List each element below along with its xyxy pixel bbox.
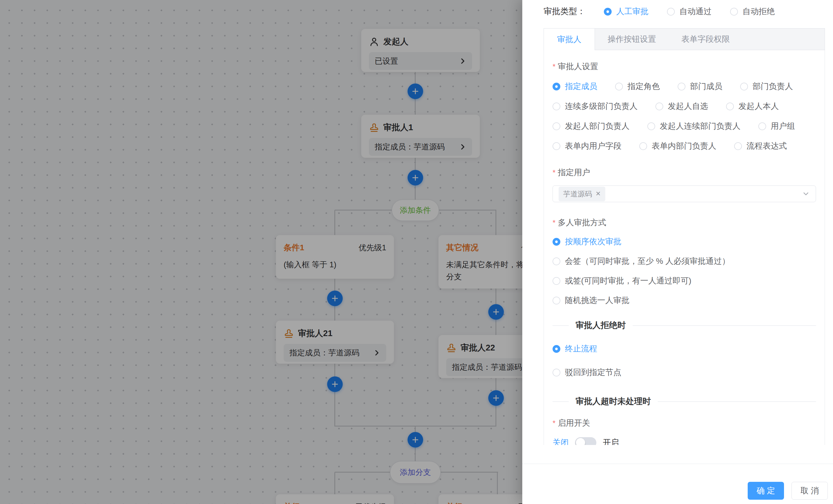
radio-multi-level-dept-leader[interactable]: 连续多级部门负责人 xyxy=(552,101,638,112)
radio-dot xyxy=(552,238,560,246)
enable-switch-row: 关闭 开启 xyxy=(552,437,816,445)
radio-label: 发起人部门负责人 xyxy=(565,121,629,132)
multi-approve-label: * 多人审批方式 xyxy=(552,217,816,228)
user-tag: 芋道源码 ✕ xyxy=(558,186,605,201)
field-label-text: 审批人设置 xyxy=(558,61,598,72)
radio-label: 终止流程 xyxy=(565,343,597,354)
required-asterisk: * xyxy=(552,61,555,70)
radio-sequential-approve[interactable]: 按顺序依次审批 xyxy=(552,236,621,247)
divider-title: 审批人拒绝时 xyxy=(576,320,626,331)
radio-label: 连续多级部门负责人 xyxy=(565,101,638,112)
radio-dot xyxy=(552,257,560,265)
tab-button-settings[interactable]: 操作按钮设置 xyxy=(595,28,669,50)
radio-dot xyxy=(730,8,738,16)
divider-title: 审批人超时未处理时 xyxy=(576,396,651,407)
timeout-section-divider: 审批人超时未处理时 xyxy=(552,396,816,407)
approval-type-row: 审批类型： 人工审批 自动通过 自动拒绝 xyxy=(544,6,825,17)
multi-approve-options: 按顺序依次审批 会签（可同时审批，至少 % 人必须审批通过） 或签(可同时审批，… xyxy=(552,236,816,306)
radio-dot xyxy=(639,142,647,150)
radio-form-dept-leader[interactable]: 表单内部门负责人 xyxy=(639,141,716,151)
field-label-text: 指定用户 xyxy=(558,167,590,178)
reject-section-divider: 审批人拒绝时 xyxy=(552,320,816,331)
confirm-button[interactable]: 确 定 xyxy=(748,482,784,500)
tab-approver[interactable]: 审批人 xyxy=(544,28,595,50)
radio-user-group[interactable]: 用户组 xyxy=(758,121,795,132)
radio-return-to-node[interactable]: 驳回到指定节点 xyxy=(552,367,621,378)
radio-assigned-member[interactable]: 指定成员 xyxy=(552,81,597,92)
radio-label: 自动拒绝 xyxy=(742,6,775,17)
radio-label: 自动通过 xyxy=(680,6,712,17)
radio-dot xyxy=(740,83,748,91)
approval-config-drawer: 审批类型： 人工审批 自动通过 自动拒绝 审批人 操作按钮设置 xyxy=(522,0,833,504)
approver-setting-row-4: 表单内用户字段 表单内部门负责人 流程表达式 xyxy=(552,141,816,151)
toggle-knob xyxy=(576,438,585,445)
tab-bar: 审批人 操作按钮设置 表单字段权限 xyxy=(544,28,825,50)
radio-form-user-field[interactable]: 表单内用户字段 xyxy=(552,141,621,151)
field-label-text: 多人审批方式 xyxy=(558,217,606,228)
approver-setting-row-1: 指定成员 指定角色 部门成员 部门负责人 xyxy=(552,81,816,92)
divider-line xyxy=(633,325,816,326)
switch-on-label: 开启 xyxy=(603,437,619,445)
enable-toggle[interactable] xyxy=(575,437,596,445)
radio-countersign[interactable]: 会签（可同时审批，至少 % 人必须审批通过） xyxy=(552,256,730,267)
radio-dot xyxy=(647,122,655,130)
required-asterisk: * xyxy=(552,418,555,427)
radio-random-one[interactable]: 随机挑选一人审批 xyxy=(552,295,629,306)
tab-form-field-permissions[interactable]: 表单字段权限 xyxy=(669,28,742,50)
radio-dot xyxy=(615,83,623,91)
radio-dot xyxy=(552,142,560,150)
radio-label: 发起人本人 xyxy=(738,101,779,112)
assign-user-label: * 指定用户 xyxy=(552,167,816,178)
approver-setting-label: * 审批人设置 xyxy=(552,61,816,72)
radio-initiator-multi-dept-leader[interactable]: 发起人连续部门负责人 xyxy=(647,121,740,132)
radio-orsign[interactable]: 或签(可同时审批，有一人通过即可) xyxy=(552,275,691,286)
user-tag-text: 芋道源码 xyxy=(563,189,592,199)
assign-user-select[interactable]: 芋道源码 ✕ xyxy=(552,185,816,202)
enable-switch-label: * 启用开关 xyxy=(552,418,816,429)
radio-dot xyxy=(552,297,560,304)
radio-label: 用户组 xyxy=(771,121,795,132)
field-label-text: 启用开关 xyxy=(558,418,590,429)
radio-label: 流程表达式 xyxy=(746,141,787,151)
radio-assigned-role[interactable]: 指定角色 xyxy=(615,81,660,92)
radio-initiator-dept-leader[interactable]: 发起人部门负责人 xyxy=(552,121,629,132)
tag-close-icon[interactable]: ✕ xyxy=(595,191,601,197)
radio-dot xyxy=(656,103,663,110)
radio-label: 部门成员 xyxy=(690,81,722,92)
radio-label: 指定成员 xyxy=(565,81,597,92)
workflow-designer: 发起人 已设置 审批人1 指定成员：芋道源码 添加条件 xyxy=(0,0,833,504)
radio-dot xyxy=(677,83,685,91)
radio-dot xyxy=(552,122,560,130)
divider-line xyxy=(658,401,816,402)
radio-dot xyxy=(552,369,560,376)
radio-manual-approve[interactable]: 人工审批 xyxy=(604,6,648,17)
divider-line xyxy=(552,401,569,402)
radio-dot xyxy=(552,103,560,110)
radio-dot xyxy=(552,345,560,353)
radio-label: 表单内用户字段 xyxy=(565,141,621,151)
radio-dept-member[interactable]: 部门成员 xyxy=(677,81,722,92)
drawer-body: 审批类型： 人工审批 自动通过 自动拒绝 审批人 操作按钮设置 xyxy=(522,0,833,445)
config-tab-card: 审批人 操作按钮设置 表单字段权限 * 审批人设置 指定成员 指定角色 部门成员… xyxy=(544,28,825,445)
radio-label: 会签（可同时审批，至少 % 人必须审批通过） xyxy=(565,256,730,267)
radio-label: 发起人自选 xyxy=(668,101,708,112)
radio-dept-leader[interactable]: 部门负责人 xyxy=(740,81,793,92)
radio-flow-expression[interactable]: 流程表达式 xyxy=(734,141,787,151)
required-asterisk: * xyxy=(552,167,555,176)
approval-type-label: 审批类型： xyxy=(544,6,586,17)
radio-auto-pass[interactable]: 自动通过 xyxy=(667,6,712,17)
required-asterisk: * xyxy=(552,217,555,226)
chevron-down-icon xyxy=(802,190,810,198)
cancel-button[interactable]: 取 消 xyxy=(791,482,828,500)
tab-body: * 审批人设置 指定成员 指定角色 部门成员 部门负责人 连续多级部门负责人 发… xyxy=(544,50,825,445)
radio-label: 随机挑选一人审批 xyxy=(565,295,629,306)
radio-label: 指定角色 xyxy=(627,81,660,92)
reject-options: 终止流程 驳回到指定节点 xyxy=(552,343,816,378)
radio-initiator-self[interactable]: 发起人本人 xyxy=(726,101,779,112)
radio-terminate-flow[interactable]: 终止流程 xyxy=(552,343,597,354)
radio-initiator-choose[interactable]: 发起人自选 xyxy=(656,101,708,112)
radio-auto-reject[interactable]: 自动拒绝 xyxy=(730,6,775,17)
drawer-footer: 确 定 取 消 xyxy=(522,464,833,504)
radio-label: 表单内部门负责人 xyxy=(652,141,716,151)
switch-off-label: 关闭 xyxy=(552,437,569,445)
